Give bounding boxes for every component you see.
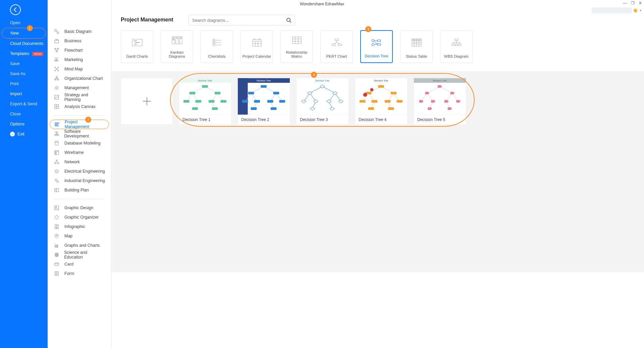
save-menu-item[interactable]: Save	[0, 59, 48, 69]
diagram-type-project-calendar[interactable]: Project Calendar	[240, 30, 273, 63]
category-project-management[interactable]: Project Management2	[50, 120, 109, 129]
open-menu-item[interactable]: Open	[0, 18, 48, 28]
svg-rect-175	[261, 85, 267, 88]
exit-label: Exit	[17, 132, 24, 136]
category-mind-map[interactable]: Mind Map	[48, 64, 111, 74]
print-menu-item[interactable]: Print	[0, 79, 48, 89]
svg-line-20	[55, 70, 56, 71]
svg-rect-223	[388, 107, 394, 110]
category-card[interactable]: Card	[48, 259, 111, 269]
svg-rect-92	[176, 38, 178, 39]
category-organizational-chart[interactable]: Organizational Chart	[48, 74, 111, 83]
template-card-decision-tree-2[interactable]: Decision TreeDecision Tree 2	[237, 78, 290, 125]
options-menu-item[interactable]: Options	[0, 119, 48, 129]
diagram-type-icon	[171, 34, 183, 47]
diagram-type-icon	[131, 34, 143, 51]
cloud-documents-menu-item[interactable]: Cloud Documents	[0, 39, 48, 49]
new-menu-item[interactable]: New	[2, 28, 46, 39]
new-blank-template[interactable]	[121, 78, 173, 125]
template-thumbnail: Decision Tree	[414, 78, 466, 115]
category-flowchart[interactable]: Flowchart	[48, 46, 111, 55]
search-icon[interactable]	[286, 17, 291, 23]
category-sidebar[interactable]: Basic DiagramBusinessFlowchartMarketingM…	[48, 0, 111, 348]
category-strategy-and-planning[interactable]: Strategy and Planning	[48, 93, 111, 102]
templates-panel: 4 Decision TreeDecision Tree 1Decision T…	[111, 71, 644, 272]
diagram-type-pert-chart[interactable]: PERT Chart	[320, 30, 353, 63]
svg-point-63	[56, 226, 57, 227]
category-label: Form	[64, 271, 74, 276]
diagram-type-gantt-charts[interactable]: Gantt Charts	[121, 30, 153, 63]
diagram-type-status-table[interactable]: Status Table	[400, 30, 433, 63]
svg-rect-70	[57, 244, 58, 247]
template-card-decision-tree-5[interactable]: Decision TreeDecision Tree 5	[414, 78, 466, 125]
svg-point-47	[56, 160, 57, 161]
diagram-type-wbs-diagram[interactable]: WBS Diagram	[440, 30, 473, 63]
svg-line-82	[290, 21, 291, 22]
svg-point-29	[56, 87, 58, 89]
step-badge-1: 1	[27, 25, 33, 31]
template-card-decision-tree-1[interactable]: Decision TreeDecision Tree 1	[179, 78, 231, 125]
template-card-decision-tree-4[interactable]: Decision TreeDecision Tree 4	[355, 78, 408, 125]
template-card-decision-tree-3[interactable]: Decision TreeDecision Tree 3	[296, 78, 349, 125]
template-thumbnail: Decision Tree	[297, 78, 348, 115]
svg-marker-61	[55, 215, 59, 219]
category-basic-diagram[interactable]: Basic Diagram	[48, 27, 111, 36]
category-graphic-organizer[interactable]: Graphic Organizer	[48, 213, 111, 222]
template-label: Decision Tree 2	[238, 115, 290, 124]
diagram-type-relationship-matrix[interactable]: Relationship Matrix	[280, 30, 313, 63]
category-graphic-design[interactable]: Graphic Design	[48, 203, 111, 213]
svg-rect-143	[179, 78, 231, 115]
export-send-menu-item[interactable]: Export & Send	[0, 99, 48, 109]
diagram-type-label: WBS Diagram	[444, 54, 469, 59]
new-badge: NEW	[32, 52, 43, 56]
category-wireframe[interactable]: Wireframe	[48, 148, 111, 157]
category-analysis-canvas[interactable]: Analysis Canvas	[48, 102, 111, 111]
category-label: Graphic Organizer	[64, 215, 99, 220]
svg-point-100	[214, 40, 214, 41]
category-software-development[interactable]: Software Development	[48, 129, 111, 138]
search-box[interactable]	[189, 15, 295, 25]
svg-rect-218	[360, 100, 366, 103]
category-marketing[interactable]: Marketing	[48, 55, 111, 64]
premium-diamond-icon	[633, 8, 638, 13]
svg-rect-116	[338, 44, 341, 46]
svg-rect-6	[57, 48, 59, 49]
import-menu-item[interactable]: Import	[0, 89, 48, 99]
category-map[interactable]: Map	[48, 231, 111, 241]
templates-label: Templates	[10, 51, 29, 56]
category-business[interactable]: Business	[48, 36, 111, 46]
category-icon	[54, 187, 60, 193]
window-maximize-button[interactable]: ❐	[631, 1, 635, 5]
category-icon	[54, 47, 60, 53]
diagram-type-kanban-diagrams[interactable]: Kanban Diagrams	[161, 30, 193, 63]
close-menu-item[interactable]: Close	[0, 109, 48, 119]
svg-point-66	[56, 235, 57, 236]
category-label: Wireframe	[64, 150, 84, 155]
svg-point-121	[372, 43, 374, 46]
user-account-area[interactable]: ▼	[592, 7, 642, 13]
category-network[interactable]: Network	[48, 157, 111, 167]
exit-menu-item[interactable]: – Exit	[0, 129, 48, 139]
category-electrical-engineering[interactable]: Electrical Engineering	[48, 167, 111, 176]
category-database-modeling[interactable]: Database Modeling	[48, 138, 111, 148]
category-building-plan[interactable]: Building Plan	[48, 185, 111, 195]
category-icon	[54, 131, 59, 137]
window-minimize-button[interactable]: —	[623, 1, 627, 5]
svg-point-225	[370, 88, 373, 92]
category-infographic[interactable]: Infographic	[48, 222, 111, 231]
diagram-type-checklists[interactable]: Checklists	[201, 30, 233, 63]
svg-rect-102	[253, 40, 261, 46]
category-management[interactable]: Management	[48, 83, 111, 93]
back-button[interactable]	[10, 4, 21, 15]
svg-point-54	[55, 179, 57, 181]
category-form[interactable]: Form	[48, 269, 111, 278]
window-close-button[interactable]: ✕	[639, 1, 642, 5]
save-as-menu-item[interactable]: Save As	[0, 69, 48, 79]
templates-menu-item[interactable]: Templates NEW	[0, 49, 48, 59]
category-science-and-education[interactable]: Science and Education	[48, 250, 111, 259]
category-graphs-and-charts[interactable]: Graphs and Charts	[48, 241, 111, 250]
category-industrial-engineering[interactable]: Industrial Engineering	[48, 176, 111, 185]
search-input[interactable]	[192, 18, 286, 23]
svg-rect-154	[202, 85, 208, 88]
diagram-type-decision-tree[interactable]: Decision Tree	[360, 30, 393, 63]
